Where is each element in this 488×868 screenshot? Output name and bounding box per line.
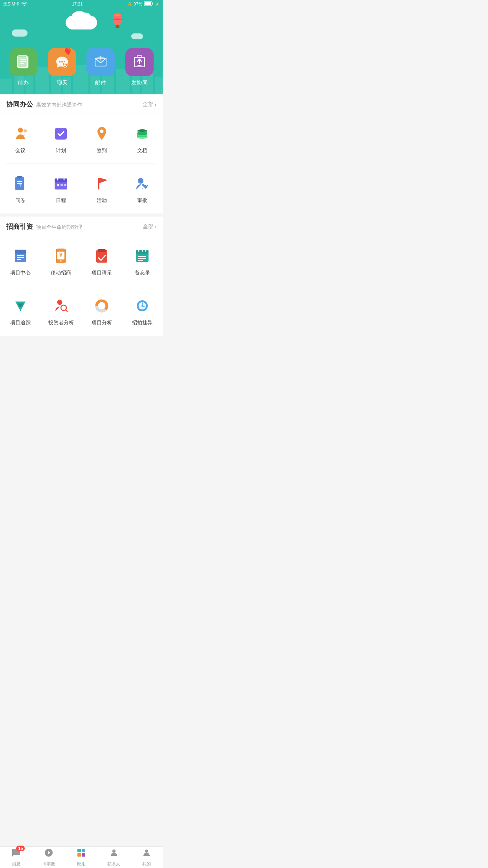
xietong-chevron-icon: › [154,101,156,108]
shenpi-label: 审批 [137,197,147,204]
svg-point-43 [100,130,103,133]
zhaoshang-more-label: 全部 [143,223,154,230]
svg-rect-1 [152,3,153,5]
yidongzhaoshang-label: 移动招商 [51,269,71,276]
icon-xiangmuqingshi[interactable]: 项目请示 [81,240,122,282]
hero-icon-liaotian[interactable]: 🎈 聊天 [48,48,76,86]
svg-rect-55 [55,178,67,182]
icon-huodong[interactable]: 活动 [81,168,122,210]
content-wrapper: 协同办公 高效的内部沟通协作 全部 › [0,94,163,362]
sim-status: 无SIM卡 [3,1,20,7]
xiangmuzhuisu-icon [10,296,31,316]
icon-wendang[interactable]: 文档 [122,118,163,160]
zhaoshang-title-group: 招商引资 项目全生命周期管理 [6,222,82,231]
icon-xiangmuzhongxin[interactable]: 项目中心 [0,240,41,282]
battery-icon [144,1,153,7]
daiban-label: 待办 [18,79,29,86]
balloon-badge: 🎈 [63,47,73,57]
icon-shenpi[interactable]: 审批 [122,168,163,210]
svg-rect-21 [116,25,119,28]
status-right: 🔒 97% ⚡ [127,1,160,7]
xietong-more-label: 全部 [143,101,154,108]
small-cloud-left [12,29,28,37]
hero-icon-daiban[interactable]: 待办 [9,48,37,86]
svg-point-89 [57,300,62,305]
xietong-row-1: 会议 计划 签到 [0,114,163,164]
section-zhaoshang: 招商引资 项目全生命周期管理 全部 › [0,217,163,336]
lock-icon: 🔒 [127,2,132,6]
svg-rect-50 [17,176,22,178]
icon-xiangmuzhuisu[interactable]: 项目追踪 [0,290,41,332]
hero-icon-youjian[interactable]: 邮件 [86,48,115,86]
huodong-icon [92,173,112,194]
touzizhefenxi-label: 投资者分析 [48,319,74,326]
svg-rect-26 [18,57,28,68]
zhaoshang-row-2: 项目追踪 投资者分析 [0,286,163,336]
zhaopai-icon [132,296,152,316]
zhaoshang-subtitle: 项目全生命周期管理 [36,224,82,231]
svg-point-31 [59,61,61,63]
icon-richeng[interactable]: 日程 [41,168,82,210]
hero-icon-faxietong[interactable]: 发协同 [125,48,154,86]
svg-line-91 [66,310,67,311]
icon-qiandao[interactable]: 签到 [81,118,122,160]
richeng-icon [51,173,71,194]
section-zhaoshang-header: 招商引资 项目全生命周期管理 全部 › [0,217,163,236]
beiwanglu-label: 备忘录 [135,269,150,276]
xietong-row-2: ? 问卷 日程 [0,164,163,213]
svg-point-32 [61,61,63,63]
svg-point-94 [99,303,104,308]
xiangmuqingshi-label: 项目请示 [92,269,112,276]
svg-rect-61 [98,178,99,189]
daiban-icon-box [9,48,37,76]
section-xietong: 协同办公 高效的内部沟通协作 全部 › [0,94,163,213]
beiwanglu-icon [132,246,152,266]
youjian-label: 邮件 [95,79,106,86]
xiangmufenxi-label: 项目分析 [92,319,112,326]
youjian-icon-box [86,48,115,76]
hero-icon-row: 待办 🎈 聊天 [0,48,163,86]
faxietong-label: 发协同 [131,79,148,86]
icon-yidongzhaoshang[interactable]: ¥ 移动招商 [41,240,82,282]
richeng-label: 日程 [56,197,66,204]
svg-rect-60 [64,184,66,186]
huiyi-label: 会议 [15,147,26,154]
xietong-more-button[interactable]: 全部 › [143,101,156,108]
icon-huiyi[interactable]: 会议 [0,118,41,160]
liaotian-label: 聊天 [57,79,68,86]
wifi-icon [21,1,28,7]
wenjuan-label: 问卷 [15,197,26,204]
icon-xiangmufenxi[interactable]: 项目分析 [81,290,122,332]
faxietong-icon-box [125,48,154,76]
icon-touzizhefenxi[interactable]: 投资者分析 [41,290,82,332]
svg-rect-76 [98,249,106,252]
svg-text:?: ? [19,184,22,188]
jihua-label: 计划 [56,147,66,154]
status-time: 17:21 [72,2,83,6]
status-bar: 无SIM卡 17:21 🔒 97% ⚡ [0,0,163,8]
hero-banner: 待办 🎈 聊天 [0,8,163,94]
wendang-label: 文档 [137,147,147,154]
zhaoshang-title: 招商引资 [6,222,33,231]
svg-point-41 [24,129,27,132]
touzizhefenxi-icon [51,296,71,316]
xiangmufenxi-icon [92,296,112,316]
icon-jihua[interactable]: 计划 [41,118,82,160]
cloud-decoration [66,16,97,29]
svg-rect-2 [145,2,151,5]
svg-point-100 [141,305,143,307]
icon-zhaopai[interactable]: 招拍挂异 [122,290,163,332]
xiangmuzhongxin-icon [10,246,31,266]
qiandao-label: 签到 [97,147,107,154]
icon-wenjuan[interactable]: ? 问卷 [0,168,41,210]
svg-rect-42 [55,128,67,140]
battery-percent: 97% [134,2,142,6]
qiandao-icon [92,123,112,144]
wenjuan-icon: ? [10,173,31,194]
svg-rect-59 [61,184,63,186]
svg-rect-58 [57,184,59,186]
wendang-icon [132,123,152,144]
icon-beiwanglu[interactable]: 备忘录 [122,240,163,282]
zhaoshang-more-button[interactable]: 全部 › [143,223,156,230]
balloon-decoration [112,12,123,34]
